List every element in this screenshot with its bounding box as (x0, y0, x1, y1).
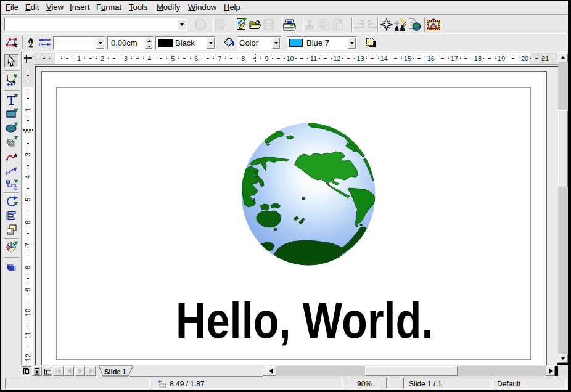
svg-text:Slide 1: Slide 1 (104, 368, 126, 375)
